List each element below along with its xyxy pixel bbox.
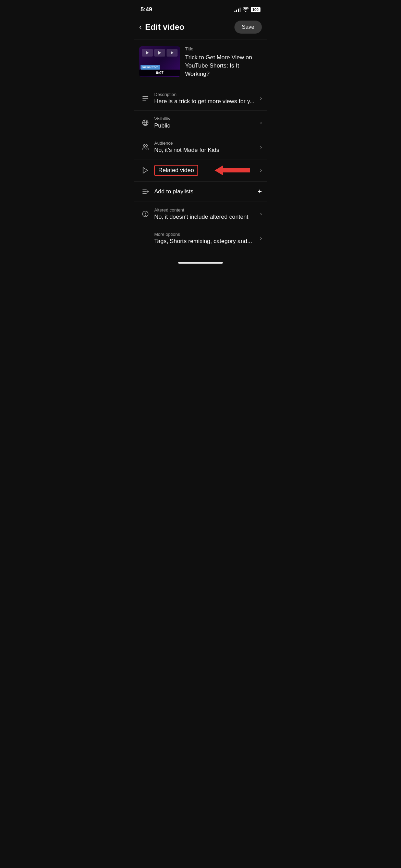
description-content: Description Here is a trick to get more … [154, 92, 257, 105]
related-video-highlight: Related video [154, 165, 198, 176]
video-duration: 0:07 [139, 70, 180, 76]
status-time: 5:49 [141, 6, 152, 13]
description-value: Here is a trick to get more views for y.… [154, 98, 257, 105]
menu-section: Description Here is a trick to get more … [134, 85, 267, 252]
description-label: Description [154, 92, 257, 97]
header-left: ‹ Edit video [139, 22, 184, 32]
altered-content-label: Altered content [154, 207, 257, 213]
visibility-content: Visibility Public [154, 116, 257, 129]
battery-level: 100 [252, 8, 258, 12]
video-title: Trick to Get More View on YouTube Shorts… [185, 53, 262, 78]
title-label: Title [185, 46, 262, 51]
related-video-chevron: › [260, 167, 262, 173]
video-title-section: Title Trick to Get More View on YouTube … [185, 46, 262, 78]
svg-point-9 [146, 145, 148, 147]
save-button[interactable]: Save [234, 21, 262, 34]
svg-point-18 [145, 215, 145, 215]
add-playlist-icon [139, 188, 151, 195]
video-thumbnail: views from 0:07 [139, 46, 180, 77]
audience-content: Audience No, it's not Made for Kids [154, 141, 257, 154]
arrow-annotation [215, 166, 250, 175]
status-bar: 5:49 100 [134, 0, 267, 17]
arrow-head [215, 166, 223, 175]
signal-icon [234, 7, 241, 12]
visibility-chevron: › [260, 120, 262, 126]
related-video-icon [139, 167, 151, 174]
description-icon [139, 95, 151, 102]
add-playlists-content: Add to playlists [154, 188, 255, 195]
audience-label: Audience [154, 141, 257, 146]
menu-item-more-options[interactable]: More options Tags, Shorts remixing, cate… [134, 226, 267, 250]
audience-icon [139, 143, 151, 151]
description-chevron: › [260, 95, 262, 101]
menu-item-related-video[interactable]: Related video › [134, 159, 267, 182]
audience-value: No, it's not Made for Kids [154, 147, 257, 154]
altered-content-chevron: › [260, 211, 262, 217]
altered-content-content: Altered content No, it doesn't include a… [154, 207, 257, 220]
menu-item-description[interactable]: Description Here is a trick to get more … [134, 86, 267, 111]
back-button[interactable]: ‹ [139, 23, 142, 32]
home-indicator [134, 258, 267, 266]
menu-item-audience[interactable]: Audience No, it's not Made for Kids › [134, 135, 267, 159]
visibility-label: Visibility [154, 116, 257, 121]
more-options-label: More options [154, 232, 257, 237]
svg-marker-10 [143, 168, 148, 173]
arrow-line [223, 168, 250, 172]
more-options-chevron: › [260, 235, 262, 241]
menu-item-visibility[interactable]: Visibility Public › [134, 111, 267, 135]
page-title: Edit video [145, 22, 184, 32]
video-info-row: views from 0:07 Title Trick to Get More … [134, 39, 267, 85]
menu-item-add-playlists[interactable]: Add to playlists + [134, 182, 267, 202]
home-bar [178, 262, 223, 264]
header: ‹ Edit video Save [134, 17, 267, 39]
battery-icon: 100 [251, 7, 260, 12]
audience-chevron: › [260, 144, 262, 150]
wifi-icon [243, 7, 249, 12]
related-video-value: Related video [158, 167, 194, 173]
add-playlists-plus: + [257, 187, 262, 196]
more-options-content: More options Tags, Shorts remixing, cate… [154, 232, 257, 245]
visibility-icon [139, 119, 151, 126]
menu-item-altered-content[interactable]: Altered content No, it doesn't include a… [134, 202, 267, 226]
more-options-value: Tags, Shorts remixing, category and... [154, 238, 257, 245]
add-playlists-value: Add to playlists [154, 188, 255, 195]
svg-point-8 [144, 145, 146, 147]
status-icons: 100 [234, 7, 260, 12]
altered-content-icon [139, 210, 151, 218]
visibility-value: Public [154, 122, 257, 129]
altered-content-value: No, it doesn't include altered content [154, 214, 257, 220]
thumbnail-label: views from [141, 65, 160, 70]
